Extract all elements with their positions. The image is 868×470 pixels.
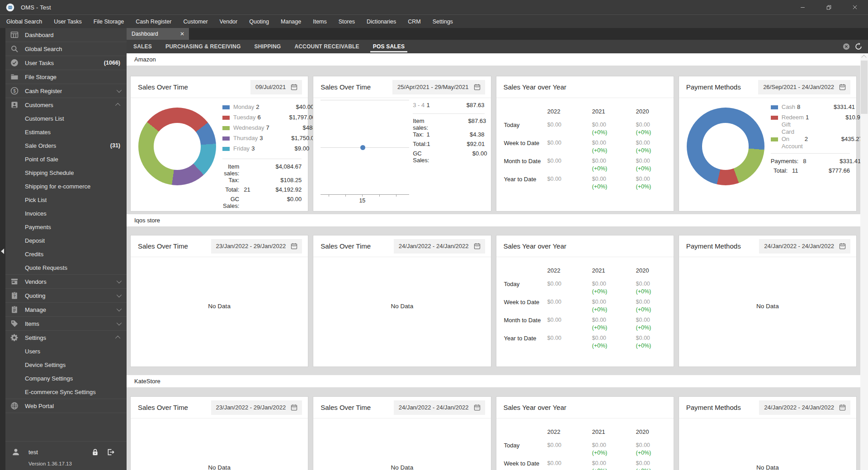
sidebar-item-customers[interactable]: Customers	[5, 98, 127, 112]
yoy-row-week: Week to Date$0.00$0.00(+0%)$0.00(+0%)	[504, 140, 674, 158]
divider	[771, 153, 850, 154]
card-title: Payment Methods	[686, 404, 741, 411]
sidebar-item-ecommerce-sync-settings[interactable]: E-commerce Sync Settings	[5, 385, 127, 399]
date-picker[interactable]: 26/Sep/2021 - 24/Jan/2022	[758, 80, 850, 94]
collapse-arrow-icon[interactable]	[1, 249, 4, 254]
sidebar-item-file-storage[interactable]: File Storage	[5, 70, 127, 84]
date-picker[interactable]: 24/Jan/2022 - 24/Jan/2022	[394, 239, 485, 254]
sidebar-item-vendors[interactable]: Vendors	[5, 275, 127, 288]
chevron-down-icon	[117, 292, 122, 297]
sidebar-item-customers-list[interactable]: Customers List	[5, 112, 127, 125]
subtab-account-receivable[interactable]: ACCOUNT RECEIVABLE	[288, 40, 366, 53]
totals-row: Total:11$777.66	[771, 167, 850, 177]
logout-icon[interactable]	[106, 448, 115, 456]
sidebar-item-label: Items	[25, 320, 39, 327]
vertical-scrollbar[interactable]	[860, 53, 868, 470]
payment-methods-donut-chart	[687, 108, 764, 185]
date-picker[interactable]: 09/Jul/2021	[250, 80, 302, 94]
date-picker[interactable]: 23/Jan/2022 - 29/Jan/2022	[211, 400, 302, 415]
sidebar-item-payments[interactable]: Payments	[5, 220, 127, 234]
yoy-header-row: 202220212020	[504, 428, 674, 442]
sidebar-item-device-settings[interactable]: Device Settings	[5, 358, 127, 371]
clear-dashboard-icon[interactable]	[842, 42, 850, 51]
subtab-shipping[interactable]: SHIPPING	[247, 40, 288, 53]
sidebar-item-items[interactable]: Items	[5, 317, 127, 330]
subtab-pos-sales[interactable]: POS SALES	[366, 40, 411, 53]
card-title: Sales Over Time	[321, 242, 371, 250]
menu-global-search[interactable]: Global Search	[0, 15, 48, 28]
yoy-row-year: Year to Date$0.00$0.00(+0%)$0.00(+0%)	[504, 335, 674, 353]
no-data-message: No Data	[131, 257, 308, 367]
sidebar-item-users[interactable]: Users	[5, 344, 127, 358]
menu-manage[interactable]: Manage	[275, 15, 307, 28]
subtab-purchasing-receiving[interactable]: PURCHASING & RECEIVING	[159, 40, 247, 53]
menu-crm[interactable]: CRM	[402, 15, 426, 28]
sidebar-collapse-strip[interactable]	[0, 28, 5, 470]
quote-clipboard-icon: ?	[10, 291, 19, 300]
data-point-marker[interactable]	[360, 145, 365, 150]
tab-dashboard[interactable]: Dashboard ✕	[127, 28, 189, 40]
date-range-value: 24/Jan/2022 - 24/Jan/2022	[399, 404, 469, 411]
chevron-down-icon	[117, 320, 122, 325]
sidebar-item-user-tasks[interactable]: User Tasks (1066)	[5, 56, 127, 70]
subtab-sales[interactable]: SALES	[127, 40, 159, 53]
sidebar-item-dashboard[interactable]: Dashboard	[5, 28, 127, 42]
menu-dictionaries[interactable]: Dictionaries	[361, 15, 402, 28]
menu-quoting[interactable]: Quoting	[243, 15, 275, 28]
minimize-button[interactable]	[789, 0, 816, 14]
user-tasks-count-badge: (1066)	[104, 60, 120, 66]
sidebar-item-label: File Storage	[25, 74, 57, 80]
totals-row: Payments:8$331.41	[771, 158, 850, 167]
refresh-icon[interactable]	[854, 42, 863, 51]
sidebar-item-credits[interactable]: Credits	[5, 247, 127, 261]
scroll-up-arrow-icon[interactable]	[861, 55, 866, 60]
totals-row: Total:1$92.01	[413, 141, 484, 150]
menu-settings[interactable]: Settings	[427, 15, 459, 28]
date-picker[interactable]: 25/Apr/2021 - 29/May/2021	[392, 80, 485, 94]
lock-icon[interactable]	[91, 448, 99, 456]
scrollbar-thumb[interactable]	[861, 61, 868, 114]
sidebar-user-area: test Version 1.36.17.13	[5, 441, 127, 470]
date-picker[interactable]: 24/Jan/2022 - 24/Jan/2022	[759, 239, 850, 254]
menu-stores[interactable]: Stores	[333, 15, 361, 28]
calendar-icon	[839, 404, 846, 411]
date-picker[interactable]: 24/Jan/2022 - 24/Jan/2022	[759, 400, 850, 415]
x-axis-tick-label: 15	[359, 197, 365, 204]
menu-user-tasks[interactable]: User Tasks	[48, 15, 88, 28]
close-button[interactable]	[842, 0, 868, 14]
sidebar-item-manage[interactable]: Manage	[5, 303, 127, 316]
menu-file-storage[interactable]: File Storage	[88, 15, 130, 28]
restore-button[interactable]	[816, 0, 842, 14]
sidebar-item-cash-register[interactable]: $ Cash Register	[5, 84, 127, 98]
date-range-value: 23/Jan/2022 - 29/Jan/2022	[216, 243, 286, 249]
gear-icon	[10, 333, 19, 342]
sidebar-item-quoting[interactable]: ? Quoting	[5, 289, 127, 302]
tab-close-icon[interactable]: ✕	[180, 31, 184, 37]
sidebar-item-deposit[interactable]: Deposit	[5, 234, 127, 247]
sidebar-item-settings[interactable]: Settings	[5, 331, 127, 344]
sidebar-item-shipping-schedule[interactable]: Shipping Schedule	[5, 166, 127, 179]
date-picker[interactable]: 24/Jan/2022 - 24/Jan/2022	[394, 400, 485, 415]
sidebar-item-global-search[interactable]: Global Search	[5, 42, 127, 56]
card-payment-methods: Payment Methods 24/Jan/2022 - 24/Jan/202…	[679, 396, 857, 470]
sidebar-item-company-settings[interactable]: Company Settings	[5, 371, 127, 385]
sidebar-item-pick-list[interactable]: Pick List	[5, 193, 127, 207]
menu-vendor[interactable]: Vendor	[214, 15, 244, 28]
menu-customer[interactable]: Customer	[177, 15, 213, 28]
sidebar-item-label: Dashboard	[25, 32, 54, 38]
sidebar-item-invoices[interactable]: Invoices	[5, 207, 127, 220]
sidebar-item-sale-orders[interactable]: Sale Orders(31)	[5, 139, 127, 152]
sidebar-item-web-portal[interactable]: Web Portal	[5, 399, 127, 413]
card-sales-over-time-line: Sales Over Time 24/Jan/2022 - 24/Jan/202…	[313, 396, 491, 470]
sidebar-item-shipping-ecommerce[interactable]: Shipping for e-commerce	[5, 179, 127, 193]
sidebar-item-quote-requests[interactable]: Quote Requests	[5, 261, 127, 274]
yoy-row-year: Year to Date$0.00$0.00(+0%)$0.00(+0%)	[504, 176, 674, 194]
calendar-icon	[290, 404, 298, 411]
date-picker[interactable]: 23/Jan/2022 - 29/Jan/2022	[211, 239, 302, 254]
menu-items[interactable]: Items	[307, 15, 333, 28]
menu-cash-register[interactable]: Cash Register	[130, 15, 177, 28]
calendar-icon	[839, 83, 846, 91]
sidebar-item-point-of-sale[interactable]: Point of Sale	[5, 152, 127, 166]
svg-text:?: ?	[13, 294, 15, 298]
sidebar-item-estimates[interactable]: Estimates	[5, 125, 127, 139]
